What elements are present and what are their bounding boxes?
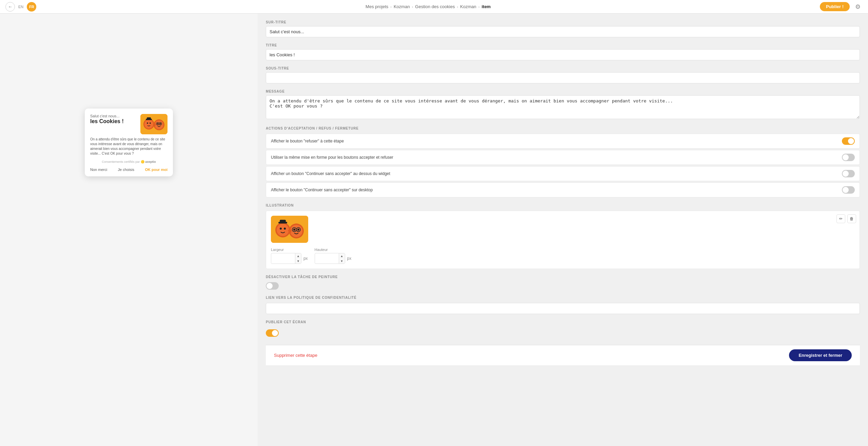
svg-point-23	[293, 229, 295, 231]
desactiver-thumb	[267, 283, 273, 289]
publier-toggle[interactable]: ✓	[266, 329, 279, 337]
publier-label: PUBLIER CET ÉCRAN	[266, 320, 860, 324]
hauteur-input-wrap: ▲ ▼	[315, 253, 345, 264]
surtitle-input[interactable]	[266, 26, 860, 37]
svg-rect-6	[147, 117, 151, 119]
cookie-surtitle: Salut c'est nous...	[90, 114, 137, 118]
svg-point-24	[297, 229, 299, 231]
toggle-switch-2[interactable]: ✕	[842, 154, 855, 161]
lang-fr[interactable]: FR	[27, 2, 36, 12]
largeur-unit: px	[303, 256, 308, 261]
toggle-switch-4[interactable]: ✕	[842, 186, 855, 194]
cookie-message: On a attendu d'être sûrs que le contenu …	[85, 134, 173, 159]
cookie-title: les Cookies !	[90, 118, 137, 124]
publish-button[interactable]: Publier !	[820, 2, 850, 11]
cookie-widget-text: Salut c'est nous... les Cookies !	[90, 114, 137, 124]
titre-field-group: TITRE	[266, 43, 860, 60]
illustration-box: ✏ 🗑	[266, 211, 860, 269]
save-close-button[interactable]: Enregistrer et fermer	[789, 349, 852, 361]
btn-non-merci[interactable]: Non merci	[90, 168, 107, 172]
toggle-label-1: Afficher le bouton "refuser" à cette éta…	[271, 139, 344, 143]
svg-point-18	[284, 228, 286, 230]
hauteur-step-up[interactable]: ▲	[339, 253, 345, 258]
largeur-input-wrap: ▲ ▼	[271, 253, 301, 264]
surtitle-field-group: SUR-TITRE	[266, 20, 860, 37]
hauteur-input[interactable]	[315, 254, 339, 263]
toggle-switch-1[interactable]: ✓	[842, 137, 855, 145]
illustration-image	[271, 216, 308, 243]
sous-titre-label: SOUS-TITRE	[266, 66, 860, 70]
largeur-input-group: ▲ ▼ px	[271, 253, 308, 264]
surtitle-label: SUR-TITRE	[266, 20, 860, 24]
illustration-section-title: ILLUSTRATION	[266, 203, 860, 207]
svg-point-4	[150, 122, 151, 124]
toggle-row-4: Afficher le bouton "Continuer sans accep…	[266, 182, 860, 197]
hauteur-stepper: ▲ ▼	[339, 253, 345, 264]
largeur-step-up[interactable]: ▲	[295, 253, 301, 258]
breadcrumb-item-3[interactable]: Gestion des cookies	[415, 4, 455, 9]
svg-point-16	[277, 224, 289, 236]
breadcrumb-sep-4: ›	[478, 5, 480, 9]
titre-input[interactable]	[266, 49, 860, 60]
toggle-row-2: Utiliser la même mise en forme pour les …	[266, 150, 860, 165]
svg-point-2	[144, 120, 153, 129]
largeur-input[interactable]	[271, 254, 295, 263]
hauteur-step-down[interactable]: ▼	[339, 258, 345, 264]
svg-point-10	[160, 123, 161, 124]
right-panel: SUR-TITRE TITRE SOUS-TITRE MESSAGE On a …	[258, 14, 868, 446]
toggle-switch-3[interactable]: ✕	[842, 170, 855, 177]
sous-titre-field-group: SOUS-TITRE	[266, 66, 860, 83]
back-button[interactable]: ←	[5, 2, 15, 12]
svg-point-22	[290, 225, 302, 237]
desactiver-section: DÉSACTIVER LA TÂCHE DE PEINTURE ✕	[266, 275, 860, 290]
largeur-stepper: ▲ ▼	[295, 253, 301, 264]
largeur-group: Largeur ▲ ▼ px	[271, 248, 308, 264]
cookie-certified: Consentements certifiés par 🟡 axeptio	[85, 159, 173, 165]
sous-titre-input[interactable]	[266, 72, 860, 83]
lang-en[interactable]: EN	[18, 5, 23, 9]
breadcrumb-item-1[interactable]: Mes projets	[366, 4, 388, 9]
toggle-thumb-3	[843, 171, 849, 177]
breadcrumb-sep-1: ›	[390, 5, 392, 9]
svg-rect-20	[280, 220, 286, 222]
svg-point-9	[157, 123, 158, 124]
desactiver-toggle[interactable]: ✕	[266, 282, 279, 290]
message-field-group: MESSAGE On a attendu d'être sûrs que le …	[266, 90, 860, 120]
settings-button[interactable]: ⚙	[853, 2, 863, 12]
illustration-delete-button[interactable]: 🗑	[847, 214, 856, 223]
toggle-thumb-4	[843, 187, 849, 193]
actions-field-group: ACTIONS D'ACCEPTATION / REFUS / FERMETUR…	[266, 127, 860, 197]
toggle-row-1: Afficher le bouton "refuser" à cette éta…	[266, 134, 860, 149]
illustration-actions: ✏ 🗑	[836, 214, 856, 223]
breadcrumb-sep-3: ›	[457, 5, 458, 9]
breadcrumb-item-4[interactable]: Kozman	[460, 4, 476, 9]
svg-point-8	[155, 120, 163, 129]
breadcrumb-item-2[interactable]: Kozman	[394, 4, 410, 9]
hauteur-label: Hauteur	[315, 248, 352, 252]
cookie-actions: Non merci Je choisis OK pour moi	[85, 165, 173, 176]
breadcrumb-current: item	[481, 4, 491, 9]
dimension-row: Largeur ▲ ▼ px	[271, 248, 855, 264]
topbar-left: ← EN FR	[5, 2, 36, 12]
lien-input[interactable]	[266, 303, 860, 314]
cookie-widget: Salut c'est nous... les Cookies !	[85, 109, 173, 176]
toggle-label-3: Afficher un bouton "Continuer sans accep…	[271, 171, 390, 176]
message-label: MESSAGE	[266, 90, 860, 93]
largeur-step-down[interactable]: ▼	[295, 258, 301, 264]
message-textarea[interactable]: On a attendu d'être sûrs que le contenu …	[266, 95, 860, 119]
lien-section: LIEN VERS LA POLITIQUE DE CONFIDENTIALIT…	[266, 296, 860, 314]
delete-step-button[interactable]: Supprimer cette étape	[274, 353, 317, 358]
desactiver-label: DÉSACTIVER LA TÂCHE DE PEINTURE	[266, 275, 860, 279]
illustration-edit-button[interactable]: ✏	[836, 214, 845, 223]
hauteur-unit: px	[347, 256, 352, 261]
toggle-thumb-1	[848, 138, 854, 144]
bottom-bar: Supprimer cette étape Enregistrer et fer…	[266, 345, 860, 365]
breadcrumb-sep-2: ›	[412, 5, 413, 9]
main-layout: Salut c'est nous... les Cookies !	[0, 14, 868, 446]
illustration-field-group: ILLUSTRATION ✏ 🗑	[266, 203, 860, 269]
btn-ok[interactable]: OK pour moi	[145, 168, 167, 172]
topbar: ← EN FR Mes projets › Kozman › Gestion d…	[0, 0, 868, 14]
svg-point-3	[147, 122, 148, 124]
btn-je-choisis[interactable]: Je choisis	[118, 168, 134, 172]
preview-area: Salut c'est nous... les Cookies !	[0, 14, 258, 446]
